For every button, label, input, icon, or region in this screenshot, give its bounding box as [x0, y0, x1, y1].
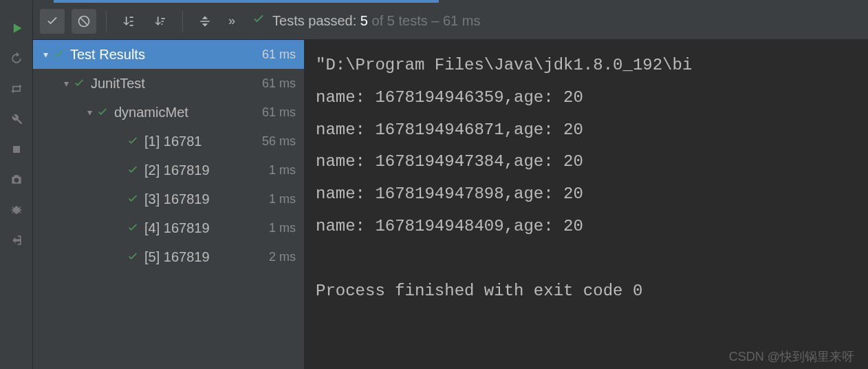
svg-line-2	[80, 18, 87, 25]
console-line: name: 1678194948409,age: 20	[316, 217, 583, 235]
chevron-down-icon[interactable]: ▾	[39, 49, 52, 60]
tree-label: [3] 167819	[144, 191, 265, 207]
check-icon	[127, 135, 139, 147]
check-icon	[127, 222, 139, 234]
debug-reload-icon[interactable]	[9, 51, 24, 66]
console-line: "D:\Program Files\Java\jdk1.8.0_192\bi	[316, 56, 692, 74]
sort-duration-button[interactable]	[148, 9, 173, 34]
loop-icon[interactable]	[9, 81, 24, 96]
tree-time: 61 ms	[262, 76, 296, 91]
check-icon	[127, 164, 139, 176]
tree-test-row[interactable]: [3] 167819 1 ms	[33, 184, 304, 213]
console-line: name: 1678194946871,age: 20	[316, 120, 583, 139]
console-line: name: 1678194946359,age: 20	[316, 88, 583, 107]
stop-icon[interactable]	[9, 142, 24, 157]
check-icon	[127, 193, 139, 205]
tree-label: [1] 16781	[144, 134, 258, 149]
run-icon[interactable]	[9, 21, 24, 36]
console-line: Process finished with exit code 0	[316, 282, 642, 300]
tree-label: JunitTest	[91, 76, 258, 92]
content-area: ▾ Test Results 61 ms ▾ JunitTest 61 ms ▾…	[33, 40, 868, 369]
tree-time: 1 ms	[269, 163, 296, 178]
tree-label: Test Results	[70, 47, 258, 63]
tree-time: 61 ms	[262, 105, 296, 120]
console-line: name: 1678194947898,age: 20	[316, 184, 583, 203]
sort-alpha-button[interactable]	[116, 9, 141, 34]
tree-label: [2] 167819	[144, 162, 265, 178]
console-output: "D:\Program Files\Java\jdk1.8.0_192\bi n…	[305, 40, 868, 369]
test-toolbar: » Tests passed: 5 of 5 tests – 61 ms	[33, 3, 868, 40]
tree-label: [5] 167819	[144, 249, 265, 265]
chevron-down-icon[interactable]: ▾	[83, 107, 96, 118]
left-gutter	[0, 0, 33, 369]
tree-test-row[interactable]: [1] 16781 56 ms	[33, 127, 304, 156]
separator	[182, 11, 183, 32]
tree-test-row[interactable]: [5] 167819 2 ms	[33, 242, 304, 271]
tree-time: 1 ms	[269, 221, 296, 235]
status-count: 5	[360, 13, 368, 28]
bug-icon[interactable]	[9, 202, 24, 218]
svg-rect-0	[13, 146, 20, 153]
more-button[interactable]: »	[224, 14, 239, 28]
tree-method-row[interactable]: ▾ dynamicMet 61 ms	[33, 98, 304, 127]
tree-label: [4] 167819	[144, 220, 265, 236]
wrench-icon[interactable]	[9, 112, 24, 127]
test-tree-panel: ▾ Test Results 61 ms ▾ JunitTest 61 ms ▾…	[33, 40, 305, 369]
check-icon	[127, 251, 139, 263]
tree-test-row[interactable]: [2] 167819 1 ms	[33, 156, 304, 184]
status-prefix: Tests passed:	[272, 13, 360, 28]
tree-label: dynamicMet	[114, 105, 258, 120]
watermark: CSDN @快到锅里来呀	[729, 348, 854, 365]
camera-icon[interactable]	[9, 172, 24, 187]
check-icon	[96, 106, 109, 118]
chevron-down-icon[interactable]: ▾	[59, 78, 73, 89]
check-icon	[52, 48, 65, 61]
tree-time: 1 ms	[269, 192, 296, 207]
test-status: Tests passed: 5 of 5 tests – 61 ms	[252, 12, 480, 30]
check-icon	[73, 77, 85, 89]
main-area: » Tests passed: 5 of 5 tests – 61 ms ▾ T…	[33, 0, 868, 369]
console-line: name: 1678194947384,age: 20	[316, 152, 583, 171]
show-ignored-button[interactable]	[72, 9, 96, 34]
show-passed-button[interactable]	[40, 9, 65, 34]
tree-suite-row[interactable]: ▾ JunitTest 61 ms	[33, 69, 304, 98]
check-icon	[252, 12, 265, 30]
tree-time: 56 ms	[262, 134, 296, 149]
expand-all-button[interactable]	[193, 9, 217, 34]
exit-icon[interactable]	[9, 233, 24, 248]
tree-time: 2 ms	[269, 250, 296, 264]
tree-test-row[interactable]: [4] 167819 1 ms	[33, 213, 304, 242]
separator	[106, 11, 107, 32]
status-rest: of 5 tests – 61 ms	[368, 13, 480, 28]
tree-root-row[interactable]: ▾ Test Results 61 ms	[33, 40, 304, 69]
tree-time: 61 ms	[262, 48, 296, 62]
